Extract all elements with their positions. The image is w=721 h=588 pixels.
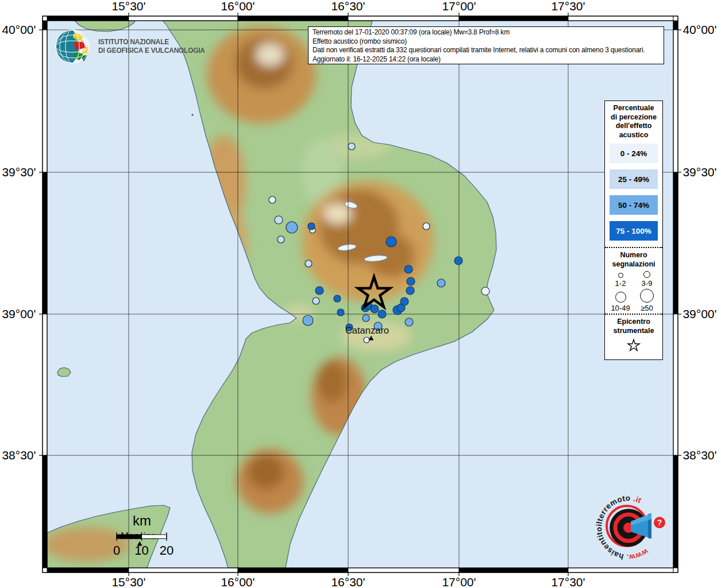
- report-dot: [286, 222, 298, 233]
- haisentitoilterremoto-logo: ? www. haisentitoilterremoto .it: [586, 487, 672, 574]
- lat-label-right-3: 38°30': [683, 448, 716, 462]
- ingv-logo: ISTITUTO NAZIONALE DI GEOFISICA E VULCAN…: [55, 29, 211, 64]
- legend-class-3: 75 - 100%: [610, 221, 658, 241]
- report-dot: [407, 277, 415, 285]
- lon-label-top-4: 17°30': [551, 0, 585, 13]
- legend-signal-1: 3-9: [634, 271, 660, 288]
- legend-signal-0: 1-2: [607, 271, 634, 288]
- signal-size-circle-icon: [640, 289, 654, 303]
- legend-class-swatches: 0 - 24%25 - 49%50 - 74%75 - 100%: [605, 140, 662, 241]
- lat-label-left-3: 38°30': [2, 448, 36, 462]
- report-dot: [423, 223, 430, 230]
- legend-epicenter-title: Epicentro strumentale: [605, 315, 662, 335]
- scale-tick-label: 10: [134, 543, 148, 558]
- report-dot: [315, 287, 323, 295]
- report-dot: [404, 265, 412, 273]
- legend-epicenter-star: [605, 335, 662, 355]
- info-line-event: Terremoto del 17-01-2020 00:37:09 (ora l…: [313, 28, 660, 37]
- report-dot: [334, 295, 341, 302]
- signal-size-circle-icon: [615, 292, 626, 303]
- ingv-title-line1: ISTITUTO NAZIONALE: [98, 38, 205, 47]
- scale-tick-label: 20: [160, 543, 173, 558]
- lat-label-right-1: 39°30': [683, 165, 716, 179]
- signal-size-label: 1-2: [615, 279, 626, 288]
- event-info-box: Terremoto del 17-01-2020 00:37:09 (ora l…: [308, 26, 664, 64]
- site-logo-question-mark: ?: [657, 518, 662, 527]
- report-dot: [305, 260, 312, 267]
- legend-signal-sizes: 1-23-910-49≥50: [605, 269, 662, 314]
- signal-size-label: 3-9: [642, 279, 653, 288]
- report-dot: [308, 223, 315, 230]
- site-logo-tld: .it: [633, 494, 643, 505]
- report-dot: [277, 236, 284, 243]
- lon-label-top-2: 16°30': [331, 0, 365, 13]
- report-dot: [371, 305, 379, 313]
- city-label: Catanzaro: [345, 325, 389, 335]
- site-logo-icon: ? www. haisentitoilterremoto .it: [586, 487, 672, 572]
- lat-label-right-2: 39°00': [683, 307, 716, 320]
- lat-label-left-0: 40°00': [2, 23, 36, 36]
- islet: [191, 114, 193, 115]
- report-dot: [269, 196, 276, 203]
- site-logo-www: www.: [626, 547, 650, 562]
- lon-label-top-3: 17°00': [442, 0, 476, 13]
- lon-label-bottom-2: 16°30': [331, 575, 365, 588]
- report-dot: [437, 279, 445, 287]
- lat-label-right-0: 40°00': [683, 23, 716, 36]
- report-dot: [313, 297, 319, 304]
- report-dot: [400, 297, 408, 305]
- epicenter-star-icon: [626, 338, 641, 353]
- earthquake-map-screenshot: CatanzaroMessina km 01020: [0, 0, 721, 588]
- legend-class-0: 0 - 24%: [610, 144, 658, 163]
- report-dot: [337, 309, 344, 316]
- lon-label-bottom-4: 17°30': [551, 575, 585, 588]
- signal-size-label: 10-49: [611, 304, 630, 312]
- info-line-effect: Effetto acustico (rombo sismico): [313, 37, 660, 47]
- signal-size-circle-icon: [643, 271, 650, 278]
- ingv-globe-icon: [55, 29, 92, 64]
- scale-tick-label: 0: [113, 543, 120, 558]
- info-line-data: Dati non verificati estratti da 332 ques…: [313, 46, 660, 55]
- report-dot: [364, 337, 369, 343]
- report-dot: [386, 237, 396, 247]
- report-dot: [481, 287, 489, 295]
- lon-label-bottom-1: 16°00': [221, 575, 255, 588]
- report-dot: [406, 287, 414, 295]
- report-dot: [275, 216, 283, 224]
- report-dot: [378, 310, 386, 318]
- report-dot: [348, 143, 355, 150]
- legend-class-1: 25 - 49%: [610, 169, 658, 189]
- report-dot: [363, 315, 369, 322]
- ingv-title-line2: DI GEOFISICA E VULCANOLOGIA: [98, 47, 205, 55]
- lon-label-top-0: 15°30': [111, 0, 145, 13]
- report-dot: [454, 257, 462, 265]
- legend-panel: Percentuale di percezione dell'effetto a…: [604, 100, 663, 360]
- info-line-updated: Aggiornato il: 16-12-2025 14:22 (ora loc…: [313, 55, 660, 64]
- legend-class-2: 50 - 74%: [610, 195, 658, 215]
- legend-signal-2: 10-49: [607, 289, 634, 312]
- epicenter-star-glyph: [628, 340, 639, 351]
- signal-size-circle-icon: [618, 273, 623, 278]
- report-dot: [303, 315, 313, 326]
- report-dot: [405, 318, 413, 326]
- lon-label-top-1: 16°00': [221, 0, 255, 13]
- lat-label-left-1: 39°30': [2, 165, 36, 179]
- lon-label-bottom-3: 17°00': [442, 575, 476, 588]
- legend-signals-title: Numero segnalazioni: [605, 248, 662, 269]
- signal-size-label: ≥50: [641, 304, 653, 312]
- ingv-title: ISTITUTO NAZIONALE DI GEOFISICA E VULCAN…: [98, 38, 205, 55]
- lon-label-bottom-0: 15°30': [111, 575, 145, 588]
- legend-perception-title: Percentuale di percezione dell'effetto a…: [605, 101, 662, 140]
- scale-unit-label: km: [133, 513, 151, 528]
- legend-signal-3: ≥50: [634, 289, 660, 312]
- lat-label-left-2: 39°00': [2, 307, 36, 320]
